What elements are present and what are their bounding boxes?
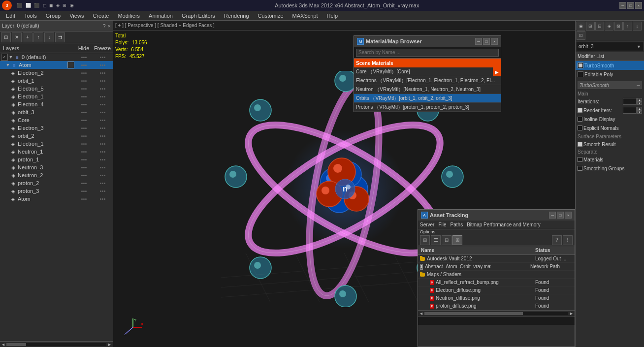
toolbar-icon[interactable]: ◼	[49, 3, 53, 8]
layer-up-btn[interactable]: ↑	[33, 32, 43, 42]
ts-render-iters-spinner[interactable]: ▲ ▼	[637, 107, 642, 114]
at-row-maps[interactable]: Maps / Shaders	[418, 271, 575, 279]
toolbar-icon[interactable]: ◉	[70, 3, 74, 8]
layer-row-electron1b[interactable]: ◈ Electron_1	[0, 140, 113, 148]
toolbar-icon[interactable]: ◻	[43, 3, 46, 8]
at-close-btn[interactable]: ×	[565, 212, 572, 219]
at-help-btn[interactable]: ?	[552, 235, 562, 245]
toolbar-icon[interactable]: ⬛	[34, 3, 39, 8]
layer-close-icon[interactable]: ×	[108, 23, 111, 29]
layer-row-proton2[interactable]: ◈ proton_2	[0, 179, 113, 187]
at-row-maxfile[interactable]: 3 Abstract_Atom_Orbit_vray.max Network P…	[418, 263, 575, 271]
layer-select-btn[interactable]: ⊡	[1, 32, 11, 42]
rt-btn-3[interactable]: ⊟	[595, 22, 604, 31]
at-row-img3[interactable]: P Neutron_diffuse.png Found	[418, 294, 575, 302]
at-horizontal-scrollbar[interactable]: ◄ ►	[418, 310, 575, 316]
menu-tools[interactable]: Tools	[20, 12, 41, 19]
toolbar-icon[interactable]: ⬛	[17, 3, 22, 8]
at-info-btn[interactable]: !	[563, 235, 573, 245]
at-row-vault[interactable]: Autodesk Vault 2012 Logged Out ...	[418, 255, 575, 263]
scrollbar-thumb[interactable]	[6, 343, 26, 346]
window-controls[interactable]: ─ □ ×	[619, 2, 642, 9]
mat-restore-btn[interactable]: □	[483, 38, 490, 45]
at-tool3[interactable]: ⊟	[442, 235, 451, 245]
layer-row-proton3[interactable]: ◈ proton_3	[0, 187, 113, 195]
layer-row-electron4[interactable]: ◈ Electron_4	[0, 100, 113, 108]
at-row-img1[interactable]: P All_reflect_refract_bump.png Found	[418, 279, 575, 286]
layer-row-electron5[interactable]: ◈ Electron_5	[0, 85, 113, 93]
rt-btn-2[interactable]: ⊞	[586, 22, 595, 31]
menu-create[interactable]: Create	[89, 12, 113, 19]
menu-graph-editors[interactable]: Graph Editors	[178, 12, 219, 19]
toolbar-icon[interactable]: ◈	[56, 3, 60, 8]
layer-row-neutron1[interactable]: ◈ Neutron_1	[0, 148, 113, 156]
mat-row-core[interactable]: Core （VRayMtl）[Core] ▶	[354, 67, 501, 76]
layer-row-neutron3[interactable]: ◈ Neutron_3	[0, 163, 113, 171]
expand-icon[interactable]: ▼	[5, 62, 11, 68]
scroll-right-icon[interactable]: ►	[107, 342, 112, 347]
at-options[interactable]: Options	[418, 229, 575, 234]
at-scroll-track[interactable]	[424, 312, 568, 315]
menu-animation[interactable]: Animation	[145, 12, 177, 19]
menu-group[interactable]: Group	[42, 12, 65, 19]
ts-render-iters-input[interactable]: 3	[623, 107, 637, 114]
at-row-img4[interactable]: P proton_diffuse.png Found	[418, 302, 575, 310]
viewport-canvas[interactable]: Total Polys: 13 056 Verts: 6 554 FPS: 45…	[113, 31, 575, 347]
layer-help-icon[interactable]: ?	[102, 23, 105, 29]
ts-smoothing-groups-check[interactable]	[578, 166, 582, 171]
at-menu-server[interactable]: Server	[420, 222, 434, 227]
layer-row-neutron2[interactable]: ◈ Neutron_2	[0, 171, 113, 179]
scroll-left[interactable]: ◄	[419, 311, 423, 316]
mat-close-btn[interactable]: ×	[491, 38, 498, 45]
layer-delete-btn[interactable]: ✕	[12, 32, 22, 42]
at-tool1[interactable]: ⊞	[420, 235, 430, 245]
toolbar-icon[interactable]: ⬜	[26, 3, 31, 8]
at-menu-file[interactable]: File	[438, 222, 446, 227]
mat-row-neutron[interactable]: Neutron （VRayMtl）[Neutron_1, Neutron_2, …	[354, 85, 501, 94]
layer-row-atom2[interactable]: ◈ Atom	[0, 195, 113, 203]
at-search-input[interactable]	[418, 316, 575, 325]
mat-row-electrons[interactable]: Electrons （VRayMtl）[Electron_1, Electron…	[354, 76, 501, 85]
layer-row-atom[interactable]: ▼ ≡ Atom	[0, 61, 113, 69]
modifier-editable-poly[interactable]: Editable Poly	[576, 70, 644, 79]
mat-search-input[interactable]	[356, 49, 499, 57]
scroll-left-icon[interactable]: ◄	[1, 342, 5, 347]
ts-smooth-result-check[interactable]	[578, 142, 582, 147]
menu-maxscript[interactable]: MAXScript	[289, 12, 322, 19]
maximize-button[interactable]: □	[627, 2, 634, 9]
minimize-button[interactable]: ─	[619, 2, 626, 9]
menu-modifiers[interactable]: Modifiers	[114, 12, 144, 19]
menu-views[interactable]: Views	[65, 12, 88, 19]
menu-rendering[interactable]: Rendering	[220, 12, 253, 19]
rt-btn-1[interactable]: ◉	[577, 22, 585, 31]
menu-edit[interactable]: Edit	[2, 12, 19, 19]
rt-btn-5[interactable]: ⊠	[614, 22, 623, 31]
mat-row-protons[interactable]: Protons （VRayMtl）[proton_1, proton_2, pr…	[354, 103, 501, 112]
at-tool2[interactable]: ☰	[431, 235, 441, 245]
layer-scrollbar[interactable]: ◄ ►	[0, 341, 113, 347]
ts-materials-check[interactable]	[578, 157, 582, 162]
layer-visibility-check[interactable]	[1, 54, 8, 61]
layer-row-core[interactable]: ◈ Core	[0, 116, 113, 124]
toolbar-icon[interactable]: ⊞	[63, 3, 66, 8]
layer-row-electron3[interactable]: ◈ Electron_3	[0, 124, 113, 132]
layer-row-electron1a[interactable]: ◈ Electron_1	[0, 93, 113, 100]
ts-render-iters-check[interactable]	[578, 108, 582, 113]
at-scroll-thumb[interactable]	[424, 312, 523, 315]
object-dropdown[interactable]: orbit_3 ▼	[577, 42, 643, 51]
menu-help[interactable]: Help	[323, 12, 342, 19]
layer-add-btn[interactable]: +	[23, 32, 32, 42]
close-button[interactable]: ×	[635, 2, 642, 9]
ts-iterations-input[interactable]: 0	[623, 98, 637, 105]
layer-row-orbit1[interactable]: ◈ orbit_1	[0, 77, 113, 85]
layer-row-default[interactable]: ▼ ≡ 0 (default)	[0, 53, 113, 61]
layer-row-orbit2[interactable]: ◈ orbit_2	[0, 132, 113, 140]
ts-explicit-normals-check[interactable]	[578, 126, 582, 130]
rt-btn-4[interactable]: ◈	[605, 22, 613, 31]
at-tool4[interactable]: ⊞	[452, 235, 462, 245]
ts-collapse-icon[interactable]: ─	[637, 83, 640, 88]
rt-btn-8[interactable]: ⊡	[577, 31, 585, 40]
at-minimize-btn[interactable]: ─	[549, 212, 556, 219]
layer-row-orbit3[interactable]: ◈ orbit_3	[0, 108, 113, 116]
scrollbar-track[interactable]	[6, 343, 106, 346]
